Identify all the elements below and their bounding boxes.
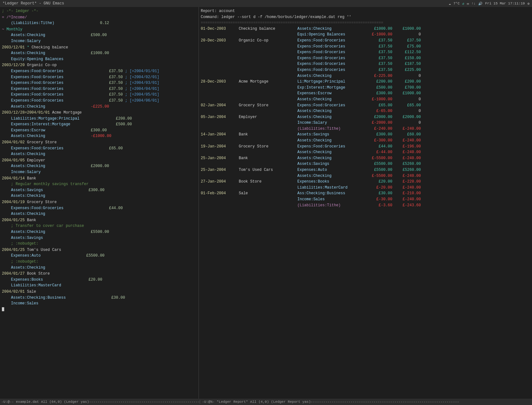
report-account: Expens:Food:Groceries: [297, 61, 364, 67]
left-pane-line: Expenses:Food:Groceries £44.00: [2, 205, 197, 211]
left-pane-line: Assets:Checking £2000.00: [2, 163, 197, 169]
report-payee: Bank: [239, 132, 297, 138]
report-date: 01-Feb-2004: [201, 190, 239, 196]
left-pane-line: Assets:Checking £5500.00: [2, 229, 197, 235]
report-date: 14-Jan-2004: [201, 132, 239, 138]
left-pane-line: Expenses:Food:Groceries £65.00: [2, 146, 197, 152]
report-amount1: £-44.00: [364, 149, 392, 155]
status-bar: -U:@-- example.dat All (64,0) (Ledger ya…: [0, 399, 532, 405]
report-payee: [239, 49, 297, 55]
report-payee: Sale: [239, 190, 297, 196]
settings-icon[interactable]: ⚙: [527, 2, 529, 6]
datetime: Fri 15 Mar 17:11:19: [485, 2, 525, 5]
report-payee: [239, 67, 297, 73]
report-row: Expens:Food:Groceries£37.50£225.00: [201, 67, 530, 73]
report-amount1: £-20.00: [364, 185, 392, 191]
left-pane-line: (Liabilities:Tithe) 0.12: [2, 20, 197, 26]
left-pane-line: ; Transfer to cover car purchase: [2, 223, 197, 229]
report-payee: [239, 138, 297, 144]
left-pane-line: █: [2, 307, 197, 313]
report-date: 20-Dec-2003: [201, 38, 239, 44]
report-payee: [239, 97, 297, 103]
report-row: Income:Sales£-30.00£-240.00: [201, 196, 530, 202]
report-amount2: 0: [392, 97, 421, 103]
left-pane-line: ; :nobudget:: [2, 241, 197, 247]
left-pane-line: Assets:Checking: [2, 193, 197, 199]
report-header-label: Report: account: [201, 8, 530, 14]
report-command-label: Command: ledger --sort d -f /home/borbus…: [201, 14, 530, 20]
report-payee: [239, 185, 297, 191]
report-row: Expens:Food:Groceries£37.50£150.00: [201, 55, 530, 61]
report-row: 20-Dec-2003Organic Co-opExpens:Food:Groc…: [201, 38, 530, 44]
right-pane[interactable]: Report: accountCommand: ledger --sort d …: [199, 7, 532, 399]
report-payee: [239, 108, 297, 114]
report-date: [201, 126, 239, 132]
report-payee: [239, 32, 297, 38]
report-payee: Checking balance: [239, 26, 297, 32]
report-account: Ass:Checking:Business: [297, 190, 364, 196]
report-date: [201, 202, 239, 209]
report-amount2: £37.50: [392, 38, 421, 44]
mail-icon: ✉: [467, 2, 469, 6]
left-pane-line: Expenses:Food:Groceries £37.50 ; [=2004/…: [2, 92, 197, 98]
left-pane-line: Expenses:Auto £5500.00: [2, 253, 197, 259]
left-pane-line: Assets:Checking: [2, 211, 197, 217]
report-row: Liabilities:MasterCard£-20.00£-240.00: [201, 185, 530, 191]
left-pane-line: Assets:Checking:Business £30.00: [2, 295, 197, 301]
left-pane-line: = /^Income/: [2, 15, 197, 21]
left-pane-line: 2004/01/19 Grocery Store: [2, 199, 197, 205]
report-date: [201, 44, 239, 50]
app-title: *Ledger Report* - GNU Emacs: [3, 1, 64, 6]
report-amount1: £-2000.00: [364, 120, 392, 126]
left-pane-line: Liabilities:MasterCard: [2, 283, 197, 289]
report-row: 01-Feb-2004SaleAss:Checking:Business£30.…: [201, 190, 530, 196]
report-amount1: £300.00: [364, 132, 392, 138]
report-row: Assets:Savings£5500.00£5260.00: [201, 161, 530, 167]
report-amount2: 0: [392, 73, 421, 79]
left-pane-line: Assets:Checking -£225.00: [2, 104, 197, 110]
report-account: Li:Mortgage:Principal: [297, 79, 364, 85]
report-amount2: £2000.00: [392, 114, 421, 120]
report-amount1: £5500.00: [364, 161, 392, 167]
report-date: 02-Jan-2004: [201, 103, 239, 109]
report-amount1: £-300.00: [364, 138, 392, 144]
report-account: Assets:Savings: [297, 132, 364, 138]
report-account: Expenses:Books: [297, 179, 364, 185]
report-amount1: £200.00: [364, 79, 392, 85]
report-payee: [239, 73, 297, 79]
network-icon: ↑↓: [472, 2, 476, 5]
report-row: Assets:Checking£-65.000: [201, 108, 530, 114]
report-row: 25-Jan-2004BankAssets:Checking£-5500.00£…: [201, 155, 530, 161]
report-amount2: £1000.00: [392, 90, 421, 97]
report-row: Expens:Food:Groceries£37.50£75.00: [201, 44, 530, 50]
report-amount2: £700.00: [392, 85, 421, 91]
left-pane-line: Expenses:Food:Groceries £37.50 ; [=2004/…: [2, 86, 197, 92]
left-pane[interactable]: ; -*- ledger -*-= /^Income/ (Liabilities…: [0, 7, 199, 399]
title-bar: *Ledger Report* - GNU Emacs ☁ 7°C ↺ ✉ ↑↓…: [0, 0, 532, 7]
report-row: (Liabilities:Tithe)£-240.00£-240.00: [201, 126, 530, 132]
report-row: 28-Dec-2003Acme MortgageLi:Mortgage:Prin…: [201, 79, 530, 85]
report-date: [201, 90, 239, 97]
report-amount1: £37.50: [364, 44, 392, 50]
report-row: Assets:Checking£-225.000: [201, 73, 530, 79]
report-payee: Acme Mortgage: [239, 79, 297, 85]
left-pane-line: Assets:Checking: [2, 151, 197, 157]
report-payee: [239, 61, 297, 67]
report-account: Liabilities:MasterCard: [297, 185, 364, 191]
report-row: 14-Jan-2004BankAssets:Savings£300.00£60.…: [201, 132, 530, 138]
report-amount1: £37.50: [364, 49, 392, 55]
report-amount1: £37.50: [364, 38, 392, 44]
report-date: [201, 173, 239, 179]
report-account: Expenses:Auto: [297, 167, 364, 173]
left-pane-line: Expenses:Books £20.00: [2, 277, 197, 283]
report-account: Assets:Checking: [297, 97, 364, 103]
report-date: [201, 61, 239, 67]
left-pane-line: 2004/01/25 Bank: [2, 217, 197, 223]
left-pane-line: Assets:Savings £300.00: [2, 187, 197, 193]
report-date: [201, 55, 239, 61]
left-pane-line: Assets:Checking £500.00: [2, 32, 197, 38]
report-row: (Liabilities:Tithe)£-3.60£-243.60: [201, 202, 530, 209]
refresh-icon[interactable]: ↺: [462, 2, 465, 6]
left-pane-line: 2004/01/05 Employer: [2, 158, 197, 164]
report-payee: [239, 173, 297, 179]
